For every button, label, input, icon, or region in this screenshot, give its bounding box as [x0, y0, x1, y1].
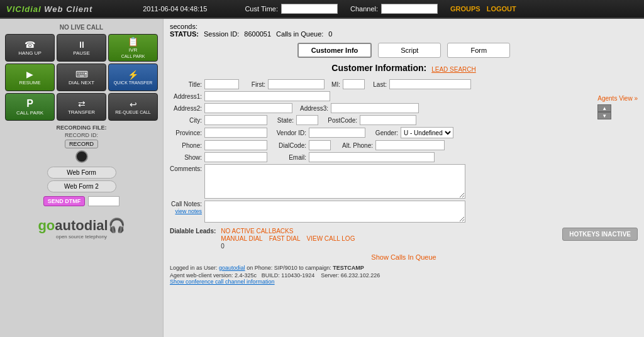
- hang-up-icon: ☎: [25, 40, 35, 49]
- transfer-label: TRANSFER: [68, 109, 95, 115]
- agents-view-link[interactable]: Agents View »: [597, 95, 638, 102]
- seconds-label: seconds:: [170, 23, 197, 30]
- show-input[interactable]: [204, 152, 267, 162]
- transfer-button[interactable]: ⇄ TRANSFER: [57, 93, 106, 121]
- resume-label: RESUME: [19, 80, 40, 86]
- server-value: 66.232.102.226: [341, 272, 380, 279]
- dial-next-button[interactable]: ⌨ DIAL NEXT: [57, 64, 106, 91]
- call-buttons-grid: ☎ HANG UP ⏸ PAUSE 📋 IVR CALL PARK ▶ RESU…: [5, 34, 158, 121]
- session-id-value: 8600051: [244, 30, 271, 38]
- city-label: City:: [170, 117, 204, 124]
- dtmf-input[interactable]: [88, 196, 119, 206]
- dialable-links-row1: NO ACTIVE CALLBACKS: [221, 228, 355, 235]
- lead-search-link[interactable]: LEAD SEARCH: [431, 66, 476, 73]
- logout-link[interactable]: LOGOUT: [487, 5, 516, 13]
- ivr-button[interactable]: 📋 IVR CALL PARK: [108, 34, 158, 62]
- recording-area: RECORDING FILE: RECORD ID: RECORD: [5, 124, 158, 163]
- call-park-button[interactable]: P CALL PARK: [5, 93, 55, 121]
- web-form-1-button[interactable]: Web Form: [47, 167, 116, 179]
- pause-label: PAUSE: [73, 50, 90, 56]
- go-text: go: [38, 218, 55, 233]
- form-row-address1: Address1:: [170, 91, 638, 101]
- goautodial-logo: goautodial🎧: [38, 218, 125, 234]
- send-dtmf-row: SEND DTMF: [5, 196, 158, 206]
- transfer-icon: ⇄: [78, 99, 86, 108]
- web-form-2-button[interactable]: Web Form 2: [47, 180, 116, 192]
- requeue-button[interactable]: ↩ RE-QUEUE CALL: [108, 93, 158, 121]
- postcode-input[interactable]: [360, 115, 416, 125]
- gender-select[interactable]: U - Undefined M - Male F - Female: [401, 127, 453, 138]
- first-input[interactable]: [268, 79, 325, 89]
- mi-input[interactable]: [343, 79, 365, 89]
- vendor-id-input[interactable]: [309, 128, 365, 138]
- ivr-icon: 📋: [128, 37, 138, 46]
- footer-info: Logged in as User: goautodial on Phone: …: [170, 265, 638, 285]
- conference-link[interactable]: Show conference call channel information: [170, 279, 275, 285]
- ivr-label: IVR: [129, 47, 137, 53]
- title-input[interactable]: [204, 79, 239, 89]
- state-input[interactable]: [296, 115, 318, 125]
- campaign-label-footer: to campaign:: [299, 265, 331, 271]
- email-input[interactable]: [309, 152, 435, 162]
- server-label: Server:: [321, 272, 339, 279]
- call-notes-textarea[interactable]: [204, 201, 465, 223]
- logo-vici: VICIdial: [6, 4, 42, 14]
- quick-transfer-button[interactable]: ⚡ QUICK TRANSFER: [108, 64, 158, 91]
- dial-symbol: 🎧: [108, 218, 125, 233]
- cust-time-area: Cust Time:: [245, 4, 338, 14]
- form-row-city: City: State: PostCode:: [170, 115, 638, 125]
- alt-phone-input[interactable]: [375, 140, 445, 150]
- calls-queue-value: 0: [328, 30, 332, 38]
- email-label: Email:: [271, 154, 309, 161]
- record-button[interactable]: RECORD: [65, 140, 98, 148]
- dialcode-input[interactable]: [309, 140, 331, 150]
- username-link[interactable]: goautodial: [219, 265, 245, 271]
- cust-time-input[interactable]: [281, 4, 338, 14]
- dialcode-label: DialCode:: [271, 142, 309, 149]
- hang-up-label: HANG UP: [18, 50, 41, 56]
- no-active-callbacks-link[interactable]: NO ACTIVE CALLBACKS: [221, 228, 293, 235]
- comments-textarea[interactable]: [204, 164, 465, 199]
- form-title-row: Customer Information: LEAD SEARCH: [170, 63, 638, 75]
- phone-value: SIP/9010: [274, 265, 297, 271]
- cust-time-label: Cust Time:: [245, 5, 278, 13]
- address3-input[interactable]: [331, 103, 419, 113]
- recording-file-label: RECORDING FILE:: [5, 124, 158, 131]
- nav-down-arrow[interactable]: ▼: [597, 112, 611, 119]
- province-input[interactable]: [204, 128, 267, 138]
- dialable-links-area: NO ACTIVE CALLBACKS MANUAL DIAL FAST DIA…: [221, 228, 355, 250]
- pause-button[interactable]: ⏸ PAUSE: [57, 34, 106, 62]
- phone-input[interactable]: [204, 140, 267, 150]
- form-row-name: Title: First: MI: Last:: [170, 79, 638, 89]
- resume-icon: ▶: [26, 70, 33, 79]
- form-row-comments: Comments:: [170, 164, 638, 199]
- send-dtmf-button[interactable]: SEND DTMF: [43, 196, 86, 206]
- record-id-label: RECORD ID:: [5, 132, 158, 138]
- fast-dial-link[interactable]: FAST DIAL: [269, 235, 301, 242]
- city-input[interactable]: [204, 115, 267, 125]
- resume-button[interactable]: ▶ RESUME: [5, 64, 55, 91]
- address2-input[interactable]: [204, 103, 292, 113]
- channel-input[interactable]: [381, 4, 438, 14]
- call-park-label: CALL PARK: [16, 110, 43, 116]
- channel-area: Channel:: [350, 4, 438, 14]
- phone-label: Phone:: [170, 142, 204, 149]
- form-title: Customer Information:: [331, 63, 426, 73]
- tab-script[interactable]: Script: [378, 43, 441, 58]
- form-row-address2-3: Address2: Address3:: [170, 103, 638, 113]
- tab-form[interactable]: Form: [447, 43, 510, 58]
- view-notes-link[interactable]: view notes: [175, 208, 202, 214]
- campaign-value: TESTCAMP: [333, 265, 364, 271]
- form-row-phone: Phone: DialCode: Alt. Phone:: [170, 140, 638, 150]
- address1-input[interactable]: [204, 91, 330, 101]
- nav-up-arrow[interactable]: ▲: [597, 104, 611, 112]
- show-calls-link[interactable]: Show Calls In Queue: [371, 253, 436, 261]
- tab-customer-info[interactable]: Customer Info: [297, 43, 372, 58]
- logo-area: goautodial🎧 open source telephony: [5, 213, 158, 245]
- last-input[interactable]: [389, 79, 471, 89]
- view-call-log-link[interactable]: VIEW CALL LOG: [307, 235, 355, 242]
- groups-link[interactable]: GROUPS: [450, 5, 480, 13]
- hang-up-button[interactable]: ☎ HANG UP: [5, 34, 55, 62]
- manual-dial-link[interactable]: MANUAL DIAL: [221, 235, 262, 242]
- hotkeys-button[interactable]: HOTKEYS INACTIVE: [562, 228, 638, 241]
